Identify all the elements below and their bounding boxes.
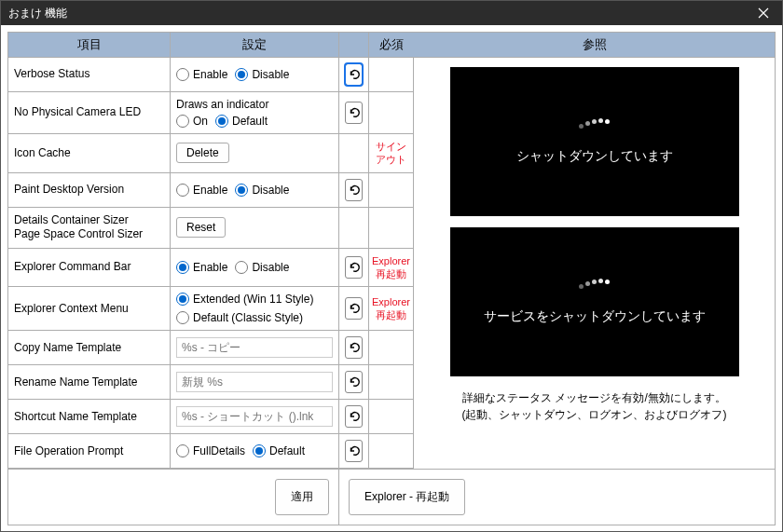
undo-button-shortcut-name[interactable] bbox=[345, 405, 363, 428]
reference-area: シャットダウンしています サービスをシャットダウンしています 詳細なステータス … bbox=[414, 58, 775, 469]
undo-icon bbox=[348, 341, 361, 354]
row-explorer-cmd-bar: Explorer Command Bar Enable Disable bbox=[8, 249, 414, 288]
radio-paint-enable[interactable]: Enable bbox=[176, 184, 227, 197]
input-rename-name[interactable] bbox=[176, 372, 333, 392]
undo-icon bbox=[348, 410, 361, 423]
radio-cmdbar-disable[interactable]: Disable bbox=[235, 261, 289, 274]
undo-button-explorer-ctx-menu[interactable] bbox=[345, 297, 363, 320]
label-shortcut-name: Shortcut Name Template bbox=[8, 400, 171, 433]
close-icon bbox=[758, 7, 769, 19]
required-explorer-cmd-bar: Explorer 再起動 bbox=[369, 249, 414, 287]
row-copy-name: Copy Name Template bbox=[8, 331, 414, 365]
row-no-phys-led: No Physical Camera LED Draws an indicato… bbox=[8, 92, 414, 134]
radio-ctxmenu-default[interactable]: Default (Classic Style) bbox=[176, 311, 303, 324]
reference-screenshot-2: サービスをシャットダウンしています bbox=[450, 227, 739, 376]
input-copy-name[interactable] bbox=[176, 337, 333, 358]
undo-icon bbox=[348, 302, 361, 315]
screenshot-1-text: シャットダウンしています bbox=[516, 148, 673, 165]
radio-group-verbose-status: Enable Disable bbox=[176, 68, 289, 81]
radio-verbose-disable[interactable]: Disable bbox=[235, 68, 289, 81]
label-copy-name: Copy Name Template bbox=[8, 331, 171, 364]
radio-group-no-phys-led: On Default bbox=[176, 115, 268, 128]
undo-icon bbox=[348, 261, 361, 274]
apply-button[interactable]: 適用 bbox=[275, 479, 329, 515]
titlebar: おまけ 機能 bbox=[1, 1, 782, 25]
radio-group-explorer-ctx-menu: Extended (Win 11 Style) Default (Classic… bbox=[176, 293, 313, 324]
label-no-phys-led: No Physical Camera LED bbox=[8, 92, 171, 133]
required-icon-cache: サインアウト bbox=[369, 134, 414, 172]
radio-group-explorer-cmd-bar: Enable Disable bbox=[176, 261, 289, 274]
label-verbose-status: Verbose Status bbox=[8, 58, 171, 91]
header-required: 必須 bbox=[369, 33, 414, 58]
radio-fileop-full[interactable]: FullDetails bbox=[176, 444, 245, 457]
undo-icon bbox=[348, 444, 361, 457]
delete-button-icon-cache[interactable]: Delete bbox=[176, 143, 229, 163]
label-rename-name: Rename Name Template bbox=[8, 365, 171, 399]
undo-button-rename-name[interactable] bbox=[345, 371, 363, 393]
label-file-op-prompt: File Operation Prompt bbox=[8, 434, 171, 468]
radio-group-file-op-prompt: FullDetails Default bbox=[176, 444, 305, 457]
row-explorer-ctx-menu: Explorer Context Menu Extended (Win 11 S… bbox=[8, 287, 414, 331]
row-paint-desktop: Paint Desktop Version Enable Disable bbox=[8, 173, 414, 208]
undo-button-no-phys-led[interactable] bbox=[345, 102, 363, 124]
radio-led-default[interactable]: Default bbox=[215, 115, 268, 128]
radio-group-paint-desktop: Enable Disable bbox=[176, 184, 289, 197]
row-details-container: Details Container Sizer Page Space Contr… bbox=[8, 208, 414, 249]
window: おまけ 機能 項目 設定 必須 Verbose Status bbox=[0, 0, 783, 532]
close-button[interactable] bbox=[745, 1, 782, 25]
window-title: おまけ 機能 bbox=[8, 6, 745, 21]
button-bar: 適用 Explorer - 再起動 bbox=[8, 469, 775, 525]
row-icon-cache: Icon Cache Delete サインアウト bbox=[8, 134, 414, 173]
restart-explorer-button[interactable]: Explorer - 再起動 bbox=[349, 479, 465, 515]
radio-fileop-default[interactable]: Default bbox=[253, 444, 305, 457]
undo-icon bbox=[348, 68, 361, 81]
radio-cmdbar-enable[interactable]: Enable bbox=[176, 261, 227, 274]
row-verbose-status: Verbose Status Enable Disable bbox=[8, 58, 414, 92]
row-shortcut-name: Shortcut Name Template bbox=[8, 400, 414, 434]
undo-button-explorer-cmd-bar[interactable] bbox=[345, 256, 363, 279]
header-item: 項目 bbox=[8, 33, 171, 58]
undo-button-file-op-prompt[interactable] bbox=[345, 440, 363, 462]
undo-button-copy-name[interactable] bbox=[345, 336, 363, 359]
header-reference: 参照 bbox=[414, 33, 775, 58]
input-shortcut-name[interactable] bbox=[176, 406, 333, 427]
reference-screenshot-1: シャットダウンしています bbox=[450, 67, 739, 216]
label-explorer-cmd-bar: Explorer Command Bar bbox=[8, 249, 171, 287]
label-paint-desktop: Paint Desktop Version bbox=[8, 173, 171, 207]
row-rename-name: Rename Name Template bbox=[8, 365, 414, 400]
desc-no-phys-led: Draws an indicator bbox=[176, 98, 268, 111]
radio-verbose-enable[interactable]: Enable bbox=[176, 68, 227, 81]
undo-button-verbose-status[interactable] bbox=[345, 63, 363, 86]
undo-icon bbox=[348, 184, 361, 197]
undo-icon bbox=[348, 375, 361, 389]
row-file-op-prompt: File Operation Prompt FullDetails Defaul… bbox=[8, 434, 414, 469]
spinner-icon bbox=[579, 280, 610, 284]
spinner-icon bbox=[579, 119, 610, 124]
reset-button-details-container[interactable]: Reset bbox=[176, 217, 226, 238]
label-explorer-ctx-menu: Explorer Context Menu bbox=[8, 287, 171, 330]
radio-ctxmenu-extended[interactable]: Extended (Win 11 Style) bbox=[176, 293, 313, 306]
label-details-container: Details Container Sizer Page Space Contr… bbox=[8, 208, 171, 248]
required-explorer-ctx-menu: Explorer 再起動 bbox=[369, 287, 414, 330]
radio-led-on[interactable]: On bbox=[176, 115, 208, 128]
header-undo bbox=[339, 33, 369, 58]
undo-button-paint-desktop[interactable] bbox=[345, 179, 363, 201]
undo-icon bbox=[348, 106, 361, 119]
radio-paint-disable[interactable]: Disable bbox=[235, 184, 289, 197]
header-setting: 設定 bbox=[171, 33, 339, 58]
reference-caption: 詳細なステータス メッセージを有効/無効にします。 (起動、シャットダウン、ログ… bbox=[462, 389, 727, 423]
label-icon-cache: Icon Cache bbox=[8, 134, 171, 172]
screenshot-2-text: サービスをシャットダウンしています bbox=[484, 308, 706, 325]
